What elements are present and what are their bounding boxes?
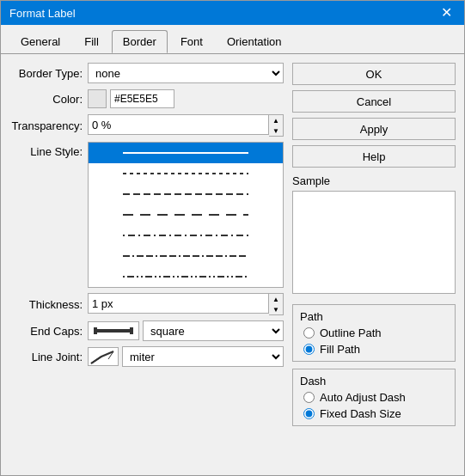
path-section-label: Path bbox=[300, 310, 448, 323]
format-label-dialog: Format Label ✕ General Fill Border Font … bbox=[0, 0, 465, 476]
color-row: Color: bbox=[9, 88, 284, 109]
transparency-row: Transparency: ▲ ▼ bbox=[9, 114, 284, 137]
line-style-short-dash[interactable] bbox=[89, 163, 283, 184]
line-style-solid[interactable] bbox=[89, 143, 283, 163]
cancel-button[interactable]: Cancel bbox=[292, 90, 456, 113]
right-panel: OK Cancel Apply Help Sample Path Outline… bbox=[292, 63, 456, 467]
border-type-row: Border Type: none solid dashed dotted bbox=[9, 63, 284, 83]
dash-radio-group: Auto Adjust Dash Fixed Dash Size bbox=[300, 391, 448, 420]
fill-path-label[interactable]: Fill Path bbox=[320, 343, 360, 356]
ok-button[interactable]: OK bbox=[292, 63, 456, 85]
end-caps-select[interactable]: square round flat bbox=[143, 320, 284, 341]
thickness-down-button[interactable]: ▼ bbox=[269, 304, 283, 314]
tab-general[interactable]: General bbox=[9, 30, 71, 53]
line-style-dot-dash[interactable] bbox=[89, 225, 283, 246]
line-joint-control: miter round bevel bbox=[88, 346, 284, 367]
transparency-spinner: ▲ ▼ bbox=[269, 114, 284, 137]
help-button[interactable]: Help bbox=[292, 145, 456, 168]
fill-path-row: Fill Path bbox=[303, 343, 448, 356]
color-control bbox=[88, 89, 174, 108]
transparency-input[interactable] bbox=[88, 114, 269, 135]
left-panel: Border Type: none solid dashed dotted Co… bbox=[9, 63, 284, 467]
transparency-label: Transparency: bbox=[9, 119, 83, 132]
svg-rect-9 bbox=[94, 327, 97, 334]
line-style-medium-dash[interactable] bbox=[89, 184, 283, 204]
line-joint-row: Line Joint: miter round bevel bbox=[9, 346, 284, 367]
outline-path-label[interactable]: Outline Path bbox=[320, 326, 382, 339]
path-radio-group: Outline Path Fill Path bbox=[300, 326, 448, 356]
fill-path-radio[interactable] bbox=[303, 344, 315, 355]
color-label: Color: bbox=[9, 93, 83, 106]
line-style-label: Line Style: bbox=[9, 142, 83, 158]
color-hex-input[interactable] bbox=[110, 89, 174, 108]
end-caps-control: square round flat bbox=[88, 320, 284, 341]
auto-adjust-dash-radio[interactable] bbox=[303, 392, 315, 403]
thickness-up-button[interactable]: ▲ bbox=[269, 294, 283, 304]
line-style-solid-bottom[interactable] bbox=[89, 287, 283, 288]
svg-rect-10 bbox=[130, 327, 133, 334]
dash-section-label: Dash bbox=[300, 375, 448, 388]
thickness-control: ▲ ▼ bbox=[88, 293, 284, 315]
sample-label: Sample bbox=[292, 174, 456, 187]
transparency-up-button[interactable]: ▲ bbox=[269, 115, 283, 125]
dialog-content: Border Type: none solid dashed dotted Co… bbox=[1, 54, 464, 475]
line-joint-label: Line Joint: bbox=[9, 351, 83, 363]
svg-rect-8 bbox=[94, 329, 133, 333]
line-joint-preview bbox=[88, 347, 119, 366]
end-caps-label: End Caps: bbox=[9, 325, 83, 338]
fixed-dash-label[interactable]: Fixed Dash Size bbox=[320, 407, 401, 420]
line-style-long-space[interactable] bbox=[89, 204, 283, 225]
line-style-listbox[interactable] bbox=[88, 142, 284, 288]
title-bar: Format Label ✕ bbox=[1, 1, 464, 25]
dialog-title: Format Label bbox=[9, 7, 76, 20]
fixed-dash-row: Fixed Dash Size bbox=[303, 407, 448, 420]
tab-orientation[interactable]: Orientation bbox=[216, 30, 293, 53]
sample-section: Sample bbox=[292, 174, 456, 297]
close-button[interactable]: ✕ bbox=[437, 6, 456, 20]
transparency-down-button[interactable]: ▼ bbox=[269, 125, 283, 136]
outline-path-radio[interactable] bbox=[303, 327, 315, 339]
border-type-label: Border Type: bbox=[9, 67, 83, 80]
line-style-dash-dot-dash[interactable] bbox=[89, 246, 283, 266]
tab-border[interactable]: Border bbox=[112, 30, 168, 53]
end-caps-preview bbox=[88, 321, 139, 340]
auto-adjust-dash-label[interactable]: Auto Adjust Dash bbox=[320, 391, 406, 404]
path-section: Path Outline Path Fill Path bbox=[292, 304, 456, 362]
border-type-select[interactable]: none solid dashed dotted bbox=[88, 63, 284, 83]
thickness-label: Thickness: bbox=[9, 298, 83, 311]
sample-preview bbox=[292, 191, 456, 294]
end-caps-row: End Caps: square round flat bbox=[9, 320, 284, 341]
color-swatch[interactable] bbox=[88, 89, 107, 108]
transparency-control: ▲ ▼ bbox=[88, 114, 284, 137]
line-joint-select[interactable]: miter round bevel bbox=[122, 346, 284, 367]
thickness-spinner: ▲ ▼ bbox=[269, 293, 284, 315]
fixed-dash-radio[interactable] bbox=[303, 408, 315, 419]
outline-path-row: Outline Path bbox=[303, 326, 448, 339]
tab-fill[interactable]: Fill bbox=[73, 30, 110, 53]
action-buttons: OK Cancel Apply Help bbox=[292, 63, 456, 168]
thickness-input[interactable] bbox=[88, 293, 269, 314]
tabs-bar: General Fill Border Font Orientation bbox=[1, 25, 464, 54]
dash-section: Dash Auto Adjust Dash Fixed Dash Size bbox=[292, 369, 456, 426]
tab-font[interactable]: Font bbox=[169, 30, 214, 53]
thickness-row: Thickness: ▲ ▼ bbox=[9, 293, 284, 315]
border-type-control: none solid dashed dotted bbox=[88, 63, 284, 83]
auto-adjust-dash-row: Auto Adjust Dash bbox=[303, 391, 448, 404]
line-style-row: Line Style: bbox=[9, 142, 284, 288]
line-style-dot-dash-dot[interactable] bbox=[89, 266, 283, 287]
apply-button[interactable]: Apply bbox=[292, 118, 456, 140]
